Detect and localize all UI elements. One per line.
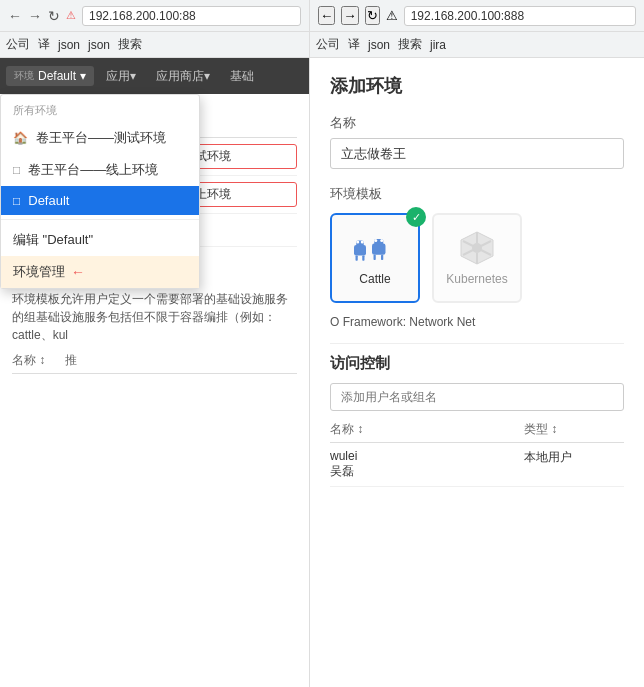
bottom-col-name[interactable]: 名称 ↕ xyxy=(12,352,45,369)
kubernetes-card-name: Kubernetes xyxy=(446,272,507,286)
access-title: 访问控制 xyxy=(330,354,624,373)
dropdown-item-test-label: 卷王平台——测试环境 xyxy=(36,129,166,147)
cattle-icon xyxy=(351,230,399,266)
bookmark-json2[interactable]: json xyxy=(88,38,110,52)
svg-point-11 xyxy=(380,239,383,242)
name-input[interactable] xyxy=(330,138,624,169)
dropdown-item-prod-label: 卷王平台——线上环境 xyxy=(28,161,158,179)
bm-jira[interactable]: jira xyxy=(430,38,446,52)
dropdown-header: 所有环境 xyxy=(1,95,199,122)
chevron-down-icon: ▾ xyxy=(80,69,86,83)
svg-rect-0 xyxy=(354,245,366,256)
access-table-header: 名称 ↕ 类型 ↕ xyxy=(330,421,624,443)
dropdown-item-prod[interactable]: □ 卷王平台——线上环境 xyxy=(1,154,199,186)
cattle-card[interactable]: ✓ Cattle xyxy=(330,213,420,303)
bookmark-search[interactable]: 搜索 xyxy=(118,36,142,53)
check-badge-cattle: ✓ xyxy=(406,207,426,227)
forward-btn-right[interactable]: → xyxy=(341,6,358,25)
svg-rect-6 xyxy=(374,255,376,260)
name-label: 名称 xyxy=(330,114,624,132)
template-cards: ✓ Cattle xyxy=(330,213,624,303)
dropdown-manage-label: 环境管理 xyxy=(13,263,65,281)
template-label: 环境模板 xyxy=(330,185,624,203)
page-title: 添加环境 xyxy=(330,74,624,98)
bm-search[interactable]: 搜索 xyxy=(398,36,422,53)
lock-icon-right: ⚠ xyxy=(386,8,398,23)
section-divider xyxy=(330,343,624,344)
right-panel: ← → ↻ ⚠ 公司 译 json 搜索 jira 添加环境 名称 环境模板 ✓ xyxy=(310,0,644,687)
dropdown-edit-action[interactable]: 编辑 "Default" xyxy=(1,224,199,256)
nav-apps[interactable]: 应用▾ xyxy=(98,64,144,89)
nav-appstore[interactable]: 应用商店▾ xyxy=(148,64,218,89)
browser-bar-right: ← → ↻ ⚠ xyxy=(310,0,644,32)
url-input-left[interactable] xyxy=(82,6,301,26)
nav-infra[interactable]: 基础 xyxy=(222,64,262,89)
arrow-right-icon: ← xyxy=(71,264,85,280)
back-btn-right[interactable]: ← xyxy=(318,6,335,25)
svg-point-10 xyxy=(374,239,377,242)
env-label: 环境 xyxy=(14,69,34,83)
access-user-name: wulei吴磊 xyxy=(330,449,524,480)
bm-company[interactable]: 公司 xyxy=(316,36,340,53)
svg-rect-4 xyxy=(372,244,386,255)
checkbox-icon-prod: □ xyxy=(13,163,20,177)
url-input-right[interactable] xyxy=(404,6,636,26)
cattle-card-name: Cattle xyxy=(359,272,390,286)
access-input[interactable] xyxy=(330,383,624,411)
svg-rect-2 xyxy=(356,256,358,261)
dropdown-item-test[interactable]: 🏠 卷王平台——测试环境 xyxy=(1,122,199,154)
dropdown-edit-label: 编辑 "Default" xyxy=(13,231,93,249)
kubernetes-icon xyxy=(459,230,495,266)
bookmark-bar-left: 公司 译 json json 搜索 xyxy=(0,32,309,58)
bookmark-company[interactable]: 公司 xyxy=(6,36,30,53)
access-col-name-header[interactable]: 名称 ↕ xyxy=(330,421,524,438)
access-row: wulei吴磊 本地用户 xyxy=(330,443,624,487)
bm-translate[interactable]: 译 xyxy=(348,36,360,53)
lock-icon: ⚠ xyxy=(66,9,76,22)
svg-rect-7 xyxy=(381,255,383,260)
back-btn[interactable]: ← xyxy=(8,8,22,24)
home-icon: 🏠 xyxy=(13,131,28,145)
bookmark-bar-right: 公司 译 json 搜索 jira xyxy=(310,32,644,58)
reload-btn-right[interactable]: ↻ xyxy=(365,6,380,25)
browser-bar-left: ← → ↻ ⚠ xyxy=(0,0,309,32)
env-name: Default xyxy=(38,69,76,83)
left-panel: ← → ↻ ⚠ 公司 译 json json 搜索 环境 Default ▾ 应… xyxy=(0,0,310,687)
svg-point-13 xyxy=(472,243,482,253)
svg-point-9 xyxy=(361,241,364,244)
access-col-type-header[interactable]: 类型 ↕ xyxy=(524,421,624,438)
svg-rect-3 xyxy=(362,256,364,261)
bookmark-translate[interactable]: 译 xyxy=(38,36,50,53)
dropdown-item-default[interactable]: □ Default xyxy=(1,186,199,215)
nav-bar-left: 环境 Default ▾ 应用▾ 应用商店▾ 基础 所有环境 🏠 卷王平台——测… xyxy=(0,58,309,94)
framework-info: O Framework: Network Net xyxy=(330,315,624,329)
bookmark-json1[interactable]: json xyxy=(58,38,80,52)
env-dropdown[interactable]: 环境 Default ▾ xyxy=(6,66,94,86)
access-user-type: 本地用户 xyxy=(524,449,624,480)
kubernetes-card: Kubernetes xyxy=(432,213,522,303)
dropdown-item-default-label: Default xyxy=(28,193,69,208)
reload-btn[interactable]: ↻ xyxy=(48,8,60,24)
env-dropdown-menu: 所有环境 🏠 卷王平台——测试环境 □ 卷王平台——线上环境 □ Default… xyxy=(0,94,200,289)
bottom-col-arrow: 推 xyxy=(65,352,77,369)
forward-btn[interactable]: → xyxy=(28,8,42,24)
right-content: 添加环境 名称 环境模板 ✓ xyxy=(310,58,644,687)
bm-json[interactable]: json xyxy=(368,38,390,52)
dropdown-manage-action[interactable]: 环境管理 ← xyxy=(1,256,199,288)
dropdown-divider xyxy=(1,219,199,220)
template-description: 环境模板允许用户定义一个需要部署的基础设施服务的组基础设施服务包括但不限于容器编… xyxy=(12,290,297,344)
svg-point-8 xyxy=(356,241,359,244)
checkbox-icon-default: □ xyxy=(13,194,20,208)
